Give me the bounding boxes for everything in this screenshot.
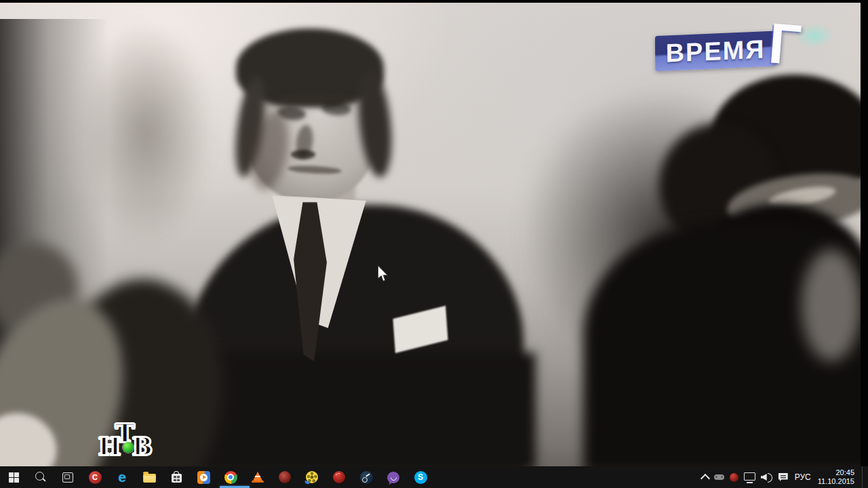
- taskbar-search-button[interactable]: [27, 466, 54, 488]
- tray-gamepad-icon[interactable]: [714, 474, 724, 480]
- taskbar-item-file-explorer[interactable]: [136, 466, 163, 488]
- man-suit-lower: [174, 352, 536, 466]
- tray-red-status-icon[interactable]: [730, 473, 738, 482]
- show-logo-letter-g: Г: [766, 14, 803, 73]
- ccleaner-icon: C: [89, 471, 102, 484]
- network-icon[interactable]: [744, 472, 755, 481]
- tray-expand-chevron-icon[interactable]: [701, 473, 710, 483]
- desktop-screen: ВРЕМЯ Г Н Т В C e: [0, 0, 868, 488]
- windows-logo-icon: [9, 472, 19, 483]
- taskbar-item-viber[interactable]: [380, 466, 407, 488]
- viber-icon: [387, 472, 399, 483]
- skype-icon: S: [414, 471, 427, 484]
- letterbox-right-bar: [861, 0, 868, 466]
- system-tray: РУС 20:45 11.10.2015: [702, 466, 868, 488]
- taskbar-item-film-app[interactable]: [298, 466, 326, 488]
- film-reel-icon: [306, 471, 318, 483]
- clock-time: 20:45: [818, 468, 854, 477]
- taskbar-item-red-disc-app[interactable]: [271, 466, 298, 488]
- show-logo-vremya: ВРЕМЯ Г: [652, 22, 823, 79]
- windows-store-icon: [172, 474, 182, 483]
- ntv-green-ball: [123, 442, 134, 453]
- volume-icon[interactable]: [761, 472, 773, 482]
- red-disc-icon: [279, 471, 291, 483]
- red-orb-icon: [333, 471, 345, 483]
- show-logo-banner: ВРЕМЯ: [655, 30, 776, 71]
- mouse-cursor-icon: [378, 266, 389, 285]
- folder-icon: [143, 474, 156, 483]
- action-center-icon[interactable]: [778, 473, 788, 482]
- task-view-icon: [62, 472, 73, 483]
- taskbar-item-skype[interactable]: S: [407, 466, 434, 488]
- taskbar-item-ccleaner[interactable]: C: [81, 466, 108, 488]
- clock[interactable]: 20:45 11.10.2015: [818, 468, 856, 486]
- steam-icon: [360, 471, 373, 484]
- start-button[interactable]: [0, 466, 27, 488]
- taskbar-item-chrome[interactable]: [217, 466, 244, 488]
- man-nose-shadow: [291, 150, 315, 159]
- show-desktop-button[interactable]: [862, 466, 867, 488]
- video-player-surface[interactable]: ВРЕМЯ Г Н Т В: [0, 0, 868, 466]
- language-indicator[interactable]: РУС: [793, 472, 812, 482]
- taskbar-item-store[interactable]: [163, 466, 190, 488]
- channel-logo-ntv: Н Т В: [98, 422, 158, 465]
- task-view-button[interactable]: [54, 466, 81, 488]
- taskbar: C e S РУС 20:45 11.10.2015: [0, 466, 868, 488]
- chrome-icon: [224, 471, 237, 484]
- right-person-highlight: [802, 249, 861, 361]
- taskbar-item-steam[interactable]: [353, 466, 380, 488]
- search-icon: [35, 472, 44, 481]
- edge-icon: e: [118, 470, 126, 484]
- letterbox-top-bar: [0, 0, 868, 3]
- taskbar-item-vlc[interactable]: [244, 466, 271, 488]
- taskbar-item-media-player[interactable]: [190, 466, 217, 488]
- media-player-icon: [197, 471, 210, 484]
- vlc-cone-icon: [252, 472, 263, 482]
- clock-date: 11.10.2015: [818, 477, 854, 486]
- taskbar-item-red-orb-app[interactable]: [326, 466, 353, 488]
- ntv-letter-v: В: [132, 432, 153, 460]
- show-logo-text: ВРЕМЯ: [665, 35, 765, 68]
- taskbar-item-edge[interactable]: e: [108, 466, 136, 488]
